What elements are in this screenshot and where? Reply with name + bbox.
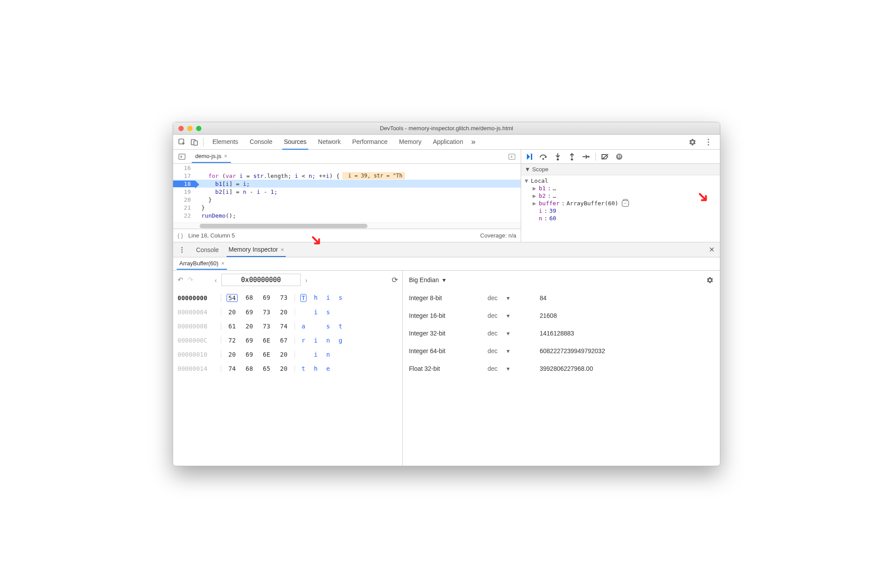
gutter-line-number[interactable]: 20	[173, 196, 195, 203]
hex-byte[interactable]: 73	[261, 323, 272, 330]
code-line[interactable]: 21}	[173, 204, 521, 211]
hex-byte[interactable]: 73	[278, 294, 289, 302]
endianness-select[interactable]: Big Endian ▾	[409, 276, 446, 283]
kebab-menu-icon[interactable]	[702, 136, 715, 148]
refresh-icon[interactable]: ⟳	[392, 275, 398, 285]
drawer-menu-icon[interactable]	[176, 244, 188, 256]
value-base-select[interactable]: dec▾	[488, 347, 532, 354]
hex-byte[interactable]: 6E	[261, 337, 272, 344]
gutter-line-number[interactable]: 19	[173, 188, 195, 195]
gutter-line-number[interactable]: 21	[173, 204, 195, 211]
gutter-line-number[interactable]: 18	[173, 181, 195, 187]
tab-performance[interactable]: Performance	[350, 135, 389, 149]
next-page-icon[interactable]: ›	[305, 276, 307, 284]
horizontal-scrollbar[interactable]	[173, 222, 521, 229]
hex-byte[interactable]: 69	[244, 351, 255, 358]
ascii-char[interactable]	[337, 309, 344, 316]
hex-byte[interactable]: 6E	[261, 351, 272, 358]
scope-variable[interactable]: ▶b2: …	[521, 192, 720, 200]
file-tab-demo-js[interactable]: demo-js.js ×	[192, 150, 231, 163]
ascii-char[interactable]	[337, 365, 344, 372]
hex-byte[interactable]: 20	[227, 351, 238, 358]
navigator-toggle-icon[interactable]	[176, 151, 188, 163]
ascii-char[interactable]: e	[325, 365, 331, 372]
hex-byte[interactable]: 20	[244, 323, 255, 330]
redo-icon[interactable]: ↷	[188, 276, 193, 284]
resume-icon[interactable]	[525, 153, 534, 161]
prev-page-icon[interactable]: ‹	[215, 276, 217, 284]
hex-byte[interactable]: 72	[227, 337, 238, 344]
code-line[interactable]: 17 for (var i = str.length; i < n; ++i) …	[173, 172, 521, 180]
hex-byte[interactable]: 68	[244, 365, 255, 372]
step-icon[interactable]	[581, 154, 591, 160]
hex-byte[interactable]: 74	[227, 365, 238, 372]
more-tabs-icon[interactable]: »	[471, 137, 476, 147]
code-line[interactable]: 20 }	[173, 196, 521, 204]
ascii-char[interactable]: s	[337, 294, 344, 302]
ascii-char[interactable]	[300, 351, 306, 358]
ascii-char[interactable]: n	[325, 337, 331, 344]
ascii-char[interactable]	[313, 323, 319, 330]
address-input[interactable]	[221, 274, 301, 286]
undo-icon[interactable]: ↶	[178, 276, 183, 284]
hex-byte[interactable]: 65	[261, 365, 272, 372]
value-base-select[interactable]: dec▾	[488, 330, 532, 337]
tab-sources[interactable]: Sources	[282, 135, 308, 150]
value-base-select[interactable]: dec▾	[488, 294, 532, 302]
tab-application[interactable]: Application	[431, 135, 465, 149]
hex-byte[interactable]: 20	[278, 351, 289, 358]
step-into-icon[interactable]	[553, 153, 563, 161]
tab-elements[interactable]: Elements	[211, 135, 240, 149]
device-toggle-icon[interactable]	[188, 136, 201, 148]
code-line[interactable]: 22runDemo();	[173, 211, 521, 219]
value-base-select[interactable]: dec▾	[488, 312, 532, 319]
minimize-window[interactable]	[187, 126, 193, 131]
code-editor[interactable]: 1617 for (var i = str.length; i < n; ++i…	[173, 164, 521, 222]
gutter-line-number[interactable]: 22	[173, 212, 195, 219]
ascii-char[interactable]: t	[300, 365, 306, 372]
value-base-select[interactable]: dec▾	[488, 365, 532, 372]
hex-byte[interactable]: 68	[244, 294, 255, 302]
step-out-icon[interactable]	[567, 153, 577, 161]
ascii-char[interactable]: s	[325, 323, 331, 330]
ascii-char[interactable]: i	[313, 309, 319, 316]
close-tab-icon[interactable]: ×	[280, 246, 284, 253]
ascii-char[interactable]	[300, 309, 306, 316]
scope-header[interactable]: ▼ Scope	[521, 164, 720, 175]
drawer-tab-memory-inspector[interactable]: Memory Inspector ×	[227, 243, 286, 257]
hex-byte[interactable]: 20	[278, 309, 289, 316]
hex-byte[interactable]: 69	[261, 294, 272, 302]
close-tab-icon[interactable]: ×	[224, 153, 227, 159]
tab-memory[interactable]: Memory	[397, 135, 424, 149]
zoom-window[interactable]	[196, 126, 201, 131]
hex-byte[interactable]: 20	[278, 365, 289, 372]
gutter-line-number[interactable]: 17	[173, 173, 195, 179]
hex-byte[interactable]: 61	[227, 323, 238, 330]
code-line[interactable]: 18 b1[i] = i;	[173, 180, 521, 188]
hex-byte[interactable]: 54	[227, 294, 238, 302]
ascii-char[interactable]: T	[300, 294, 306, 302]
ascii-char[interactable]: h	[313, 365, 319, 372]
hex-byte[interactable]: 74	[278, 323, 289, 330]
close-drawer-icon[interactable]: ✕	[709, 245, 717, 254]
scope-variable[interactable]: ▶b1: …	[521, 185, 720, 192]
step-over-icon[interactable]	[539, 153, 549, 160]
pretty-print-icon[interactable]: { }	[178, 232, 183, 239]
ascii-char[interactable]: n	[325, 351, 331, 358]
debugger-pane-toggle-icon[interactable]	[506, 151, 518, 163]
ascii-char[interactable]: i	[325, 294, 331, 302]
scope-variable[interactable]: n: 60	[521, 215, 720, 222]
close-window[interactable]	[178, 126, 184, 131]
hex-byte[interactable]: 73	[261, 309, 272, 316]
hex-byte[interactable]: 69	[244, 337, 255, 344]
inspect-icon[interactable]	[176, 136, 188, 148]
hex-byte[interactable]: 20	[227, 309, 238, 316]
settings-icon[interactable]	[686, 136, 699, 148]
gutter-line-number[interactable]: 16	[173, 165, 195, 171]
scope-local[interactable]: ▼ Local	[521, 177, 720, 185]
tab-console[interactable]: Console	[248, 135, 274, 149]
drawer-tab-console[interactable]: Console	[194, 243, 220, 256]
value-settings-icon[interactable]	[706, 276, 714, 284]
scope-variable[interactable]: ▶buffer: ArrayBuffer(60)⋯	[521, 200, 720, 207]
ascii-char[interactable]: r	[300, 337, 306, 344]
